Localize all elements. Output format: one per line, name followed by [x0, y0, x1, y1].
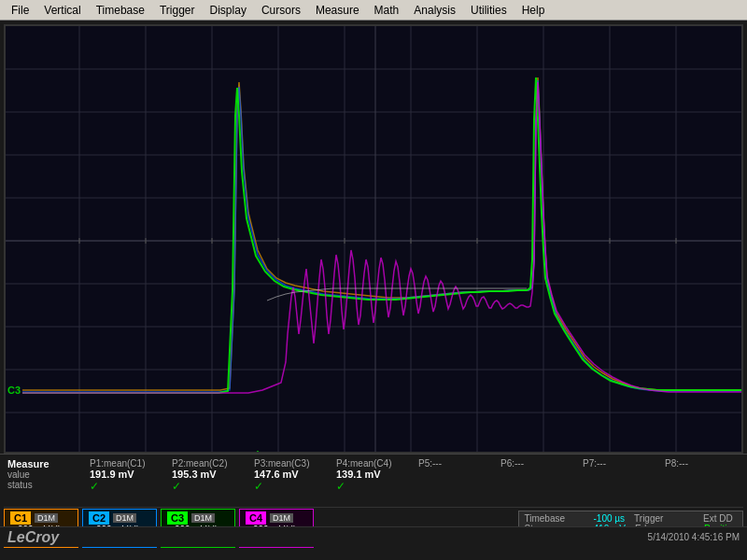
menu-trigger[interactable]: Trigger [152, 2, 203, 19]
datetime: 5/14/2010 4:45:16 PM [648, 532, 740, 542]
meas-p8: P8:--- [661, 456, 743, 470]
menu-timebase[interactable]: Timebase [89, 2, 152, 19]
scope-screen: C3 [4, 24, 743, 454]
meas-p4: P4:mean(C4) 139.1 mV ✓ [332, 456, 415, 495]
meas-p7: P7:--- [579, 456, 661, 470]
ch2-num: C2 [89, 511, 109, 525]
ch3-label: C3 [6, 384, 22, 397]
meas-title: Measure [7, 458, 82, 469]
ch4-num: C4 [246, 511, 266, 525]
menu-analysis[interactable]: Analysis [406, 2, 463, 19]
menu-help[interactable]: Help [514, 2, 553, 19]
meas-p3: P3:mean(C3) 147.6 mV ✓ [250, 456, 332, 495]
ch1-mode: D1M [35, 513, 58, 523]
tb-trigger-label: Trigger [634, 513, 699, 524]
ch1-num: C1 [10, 511, 31, 525]
meas-p6: P6:--- [497, 456, 579, 470]
measure-area: Measure value status P1:mean(C1) 191.9 m… [0, 454, 747, 526]
menubar: File Vertical Timebase Trigger Display C… [0, 0, 747, 21]
tb-timebase-val: -100 µs [594, 513, 626, 524]
menu-cursors[interactable]: Cursors [254, 2, 308, 19]
menu-vertical[interactable]: Vertical [36, 2, 88, 19]
menu-measure[interactable]: Measure [308, 2, 367, 19]
ch3-mode: D1M [191, 513, 215, 523]
meas-p2: P2:mean(C2) 195.3 mV ✓ [168, 456, 250, 495]
tb-timebase-label: Timebase [525, 513, 590, 524]
measurement-row: Measure value status P1:mean(C1) 191.9 m… [4, 456, 743, 508]
ch2-mode: D1M [113, 513, 136, 523]
lecroy-logo: LeCroy [7, 529, 59, 546]
ch4-mode: D1M [270, 513, 293, 523]
meas-p5: P5:--- [415, 456, 497, 470]
meas-sub-value: value [7, 469, 82, 480]
meas-title-col: Measure value status [4, 456, 86, 492]
menu-file[interactable]: File [4, 2, 36, 19]
menu-utilities[interactable]: Utilities [463, 2, 514, 19]
meas-sub-status: status [7, 480, 82, 490]
menu-display[interactable]: Display [203, 2, 254, 19]
tb-ext-label: Ext DD [703, 513, 733, 524]
ch3-num: C3 [167, 511, 188, 525]
meas-p1: P1:mean(C1) 191.9 mV ✓ [86, 456, 168, 495]
menu-math[interactable]: Math [367, 2, 407, 19]
grid [6, 26, 741, 452]
